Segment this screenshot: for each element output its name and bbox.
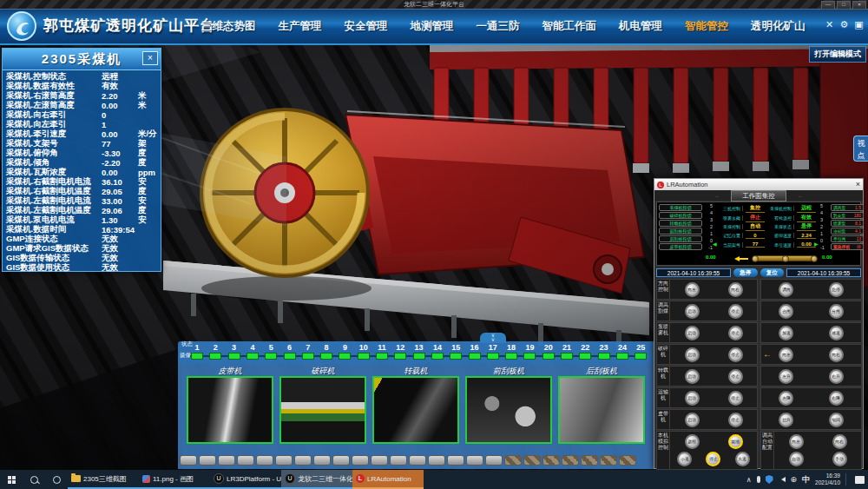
- camera-number[interactable]: 18: [504, 343, 518, 352]
- nav-item[interactable]: 生产管理: [279, 19, 322, 34]
- round-button[interactable]: 分闸: [829, 304, 844, 319]
- camera-status-indicator[interactable]: [339, 353, 351, 360]
- round-button[interactable]: 向左: [779, 347, 793, 362]
- support-icon[interactable]: [313, 455, 331, 466]
- camera-status-indicator[interactable]: [450, 353, 462, 360]
- open-edit-mode-button[interactable]: 打开编辑模式: [809, 46, 866, 63]
- support-icon[interactable]: [409, 455, 426, 466]
- round-button[interactable]: 左降: [779, 391, 793, 406]
- camera-thumbnail[interactable]: [465, 376, 552, 444]
- support-icon[interactable]: [256, 455, 273, 466]
- camera-number[interactable]: 10: [357, 343, 371, 352]
- camera-number[interactable]: 8: [319, 343, 333, 352]
- toggle-button[interactable]: 前刮板投切: [659, 228, 702, 235]
- taskbar-app[interactable]: ULR3DPlatform - U...: [210, 470, 281, 489]
- round-button[interactable]: 缩回: [829, 413, 844, 427]
- round-button[interactable]: 向左: [685, 282, 700, 297]
- round-button[interactable]: 向右: [829, 347, 844, 362]
- camera-number[interactable]: 9: [338, 343, 352, 352]
- status-button[interactable]: 喷雾泵8.1: [831, 220, 864, 227]
- toggle-button[interactable]: 皮带机投切: [659, 243, 702, 250]
- toggle-button[interactable]: 后刮板投切: [659, 235, 702, 242]
- round-button[interactable]: 停止: [728, 304, 743, 319]
- camera-status-indicator[interactable]: [394, 353, 406, 360]
- taskbar-search-button[interactable]: [23, 470, 45, 489]
- maximize-button[interactable]: □: [837, 1, 851, 10]
- camera-number[interactable]: 3: [227, 343, 241, 352]
- minimize-button[interactable]: —: [821, 1, 835, 10]
- taskbar-app[interactable]: 11.png - 画图: [139, 470, 210, 489]
- camera-number[interactable]: 25: [634, 343, 648, 352]
- round-button[interactable]: 右升: [829, 369, 844, 384]
- lr-close-icon[interactable]: ×: [856, 181, 860, 188]
- camera-status-indicator[interactable]: [247, 353, 259, 360]
- camera-status-indicator[interactable]: [413, 353, 425, 360]
- notification-center-icon[interactable]: [855, 476, 865, 484]
- support-icon[interactable]: [294, 455, 312, 466]
- support-icon[interactable]: [562, 455, 579, 466]
- round-button[interactable]: 停止: [728, 369, 743, 384]
- viewpoint-tab[interactable]: 视点: [853, 135, 868, 162]
- slider-track[interactable]: 77: [753, 255, 817, 261]
- taskbar-app[interactable]: 2305三维截图: [68, 470, 139, 489]
- nav-item[interactable]: 机电管理: [619, 19, 662, 34]
- support-icon[interactable]: [447, 455, 464, 466]
- round-button[interactable]: 向右: [832, 434, 847, 449]
- round-button[interactable]: 启动: [685, 304, 700, 319]
- camera-status-indicator[interactable]: [487, 353, 499, 360]
- toggle-button[interactable]: 转载机投切: [659, 220, 702, 227]
- camera-number[interactable]: 6: [283, 343, 297, 352]
- nav-item[interactable]: 智能管控: [685, 19, 728, 34]
- round-button[interactable]: 合闸: [779, 304, 793, 319]
- reset-button[interactable]: 复位: [760, 268, 785, 277]
- nav-item[interactable]: 智能工作面: [542, 19, 597, 34]
- support-icon[interactable]: [390, 455, 407, 466]
- status-button[interactable]: 调高泵1.5: [831, 204, 864, 211]
- status-button[interactable]: 乳化泵180: [831, 212, 864, 219]
- camera-number[interactable]: 23: [597, 343, 611, 352]
- camera-status-indicator[interactable]: [542, 353, 555, 360]
- camera-status-indicator[interactable]: [635, 353, 647, 360]
- round-button[interactable]: 调向: [779, 282, 793, 297]
- support-icon[interactable]: [542, 455, 560, 466]
- camera-status-indicator[interactable]: [284, 353, 296, 360]
- camera-status-indicator[interactable]: [191, 353, 203, 360]
- status-button[interactable]: 牵引闸13: [831, 235, 864, 242]
- tab-workface-control[interactable]: 工作面集控: [731, 190, 786, 202]
- clock[interactable]: 16:39 2021/4/10: [815, 472, 840, 487]
- support-icon[interactable]: [600, 455, 617, 466]
- support-icon[interactable]: [275, 455, 293, 466]
- round-button[interactable]: 远程: [685, 434, 700, 449]
- camera-status-indicator[interactable]: [505, 353, 517, 360]
- hidden-icons-chevron-icon[interactable]: ∧: [746, 476, 752, 484]
- taskbar-app[interactable]: LLRAutomation: [352, 470, 424, 489]
- camera-status-indicator[interactable]: [431, 353, 444, 360]
- camera-status-indicator[interactable]: [561, 353, 573, 360]
- restore-window-icon[interactable]: ▣: [853, 19, 865, 30]
- camera-number[interactable]: 16: [468, 343, 482, 352]
- nav-item[interactable]: 一通三防: [477, 19, 520, 34]
- nav-item[interactable]: 地测管理: [411, 19, 454, 34]
- lr-titlebar[interactable]: L LRAutomation ×: [654, 179, 863, 190]
- camera-thumbnail[interactable]: [279, 376, 366, 444]
- speaker-icon[interactable]: [779, 477, 786, 482]
- round-button[interactable]: 停止: [728, 391, 743, 406]
- support-icon[interactable]: [581, 455, 598, 466]
- round-button[interactable]: 就地: [728, 434, 743, 449]
- round-button[interactable]: 小速: [677, 452, 692, 466]
- support-icon[interactable]: [485, 455, 503, 466]
- round-button[interactable]: 启动: [685, 326, 700, 340]
- camera-number[interactable]: 2: [208, 343, 222, 352]
- ime-indicator[interactable]: 中: [802, 474, 810, 486]
- round-button[interactable]: 自动: [789, 452, 804, 466]
- camera-status-indicator[interactable]: [320, 353, 332, 360]
- camera-number[interactable]: 12: [393, 343, 407, 352]
- camera-status-indicator[interactable]: [209, 353, 221, 360]
- nav-item[interactable]: 三维态势图: [201, 19, 256, 34]
- status-button[interactable]: 冷却泵4.1: [831, 228, 864, 235]
- round-button[interactable]: 启动: [685, 369, 700, 384]
- support-icon[interactable]: [466, 455, 483, 466]
- round-button[interactable]: 停止: [706, 452, 720, 466]
- camera-number[interactable]: 5: [264, 343, 278, 352]
- round-button[interactable]: 停止: [728, 347, 743, 362]
